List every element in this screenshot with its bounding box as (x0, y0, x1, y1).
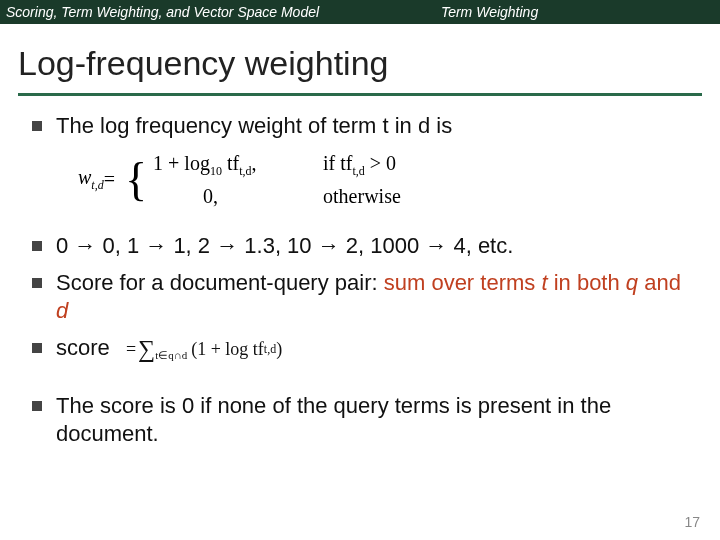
piecewise-formula: wt,d = { 1 + log10 tft,d, if tft,d > 0 0… (78, 152, 688, 208)
case1-c: tf (222, 152, 239, 174)
formula-eq: = (104, 168, 115, 191)
bullet-1: The log frequency weight of term t in d … (32, 112, 688, 140)
sf-body-a: (1 + log tf (191, 338, 264, 361)
bullet-mark-icon (32, 241, 42, 251)
case1-d: t,d (239, 164, 251, 178)
bullet-5: The score is 0 if none of the query term… (32, 392, 688, 447)
case1-a: 1 + log (153, 152, 210, 174)
title-area: Log-frequency weighting (0, 24, 720, 89)
sf-eq: = (126, 338, 136, 361)
bullet-5-text: The score is 0 if none of the query term… (56, 392, 688, 447)
bullet-mark-icon (32, 343, 42, 353)
sf-body-b: t,d (264, 342, 276, 357)
bullet-3: Score for a document-query pair: sum ove… (32, 269, 688, 324)
formula-lhs-sub: t,d (91, 178, 103, 192)
case1-e: , (251, 152, 256, 174)
score-label: score (56, 335, 110, 360)
formula-lhs: w (78, 166, 91, 188)
b3-mid: in both (548, 270, 626, 295)
bullet-4: score = ∑ t∈q∩d (1 + log tft,d) (32, 334, 688, 364)
b3-d: d (56, 298, 68, 323)
sf-body-c: ) (276, 338, 282, 361)
bullet-1-text: The log frequency weight of term t in d … (56, 112, 688, 140)
b3-highlight: sum over terms (384, 270, 542, 295)
b3-pre: Score for a document-query pair: (56, 270, 384, 295)
page-number: 17 (684, 514, 700, 530)
case2-cond: otherwise (323, 185, 401, 208)
cond1-c: > 0 (365, 152, 396, 174)
bullet-mark-icon (32, 278, 42, 288)
bullet-3-text: Score for a document-query pair: sum ove… (56, 269, 688, 324)
b3-and: and (638, 270, 681, 295)
sigma-sub: t∈q∩d (155, 349, 187, 363)
bullet-mark-icon (32, 121, 42, 131)
bullet-2: 0 → 0, 1 → 1, 2 → 1.3, 10 → 2, 1000 → 4,… (32, 232, 688, 260)
b3-q: q (626, 270, 638, 295)
bullet-4-text: score = ∑ t∈q∩d (1 + log tft,d) (56, 334, 688, 364)
header-bar: Scoring, Term Weighting, and Vector Spac… (0, 0, 720, 24)
slide-title: Log-frequency weighting (18, 44, 702, 83)
header-left: Scoring, Term Weighting, and Vector Spac… (0, 4, 319, 20)
bullet-2-text: 0 → 0, 1 → 1, 2 → 1.3, 10 → 2, 1000 → 4,… (56, 232, 688, 260)
cond1-a: if tf (323, 152, 352, 174)
bullet-mark-icon (32, 401, 42, 411)
brace-icon: { (125, 159, 147, 200)
case1-b: 10 (210, 164, 222, 178)
content-area: The log frequency weight of term t in d … (0, 96, 720, 447)
cond1-b: t,d (353, 164, 365, 178)
header-right: Term Weighting (319, 4, 720, 20)
score-formula: = ∑ t∈q∩d (1 + log tft,d) (126, 334, 282, 364)
case2-val: 0, (153, 185, 293, 208)
sigma-icon: ∑ (138, 334, 155, 364)
